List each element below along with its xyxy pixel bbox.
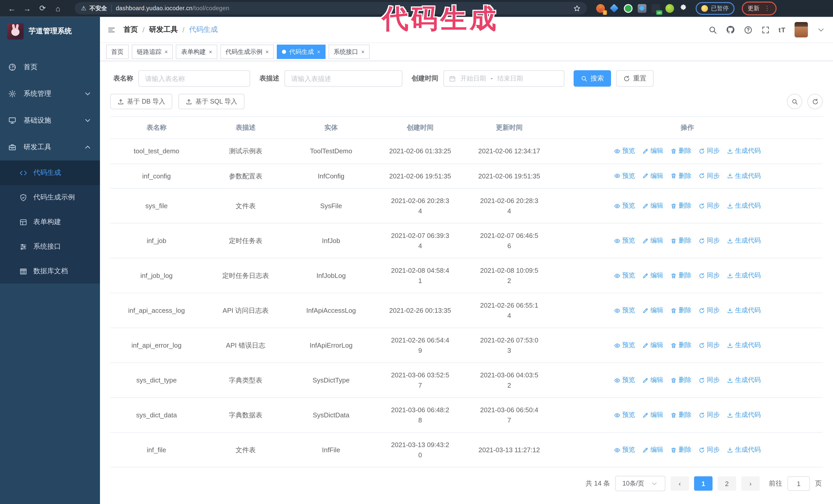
action-edit-link[interactable]: 编辑 (642, 410, 663, 420)
breadcrumb-item[interactable]: 研发工具 (149, 25, 178, 34)
action-eye-link[interactable]: 预览 (614, 201, 635, 211)
sidebar-menu-item[interactable]: 首页 (0, 54, 100, 80)
action-delete-link[interactable]: 删除 (670, 375, 691, 385)
sidebar-menu-item[interactable]: 基础设施 (0, 107, 100, 134)
header-search-icon[interactable] (708, 25, 717, 34)
sidebar-submenu-item[interactable]: 数据库文档 (0, 259, 100, 284)
reset-button[interactable]: 重置 (616, 70, 653, 87)
action-sync-link[interactable]: 同步 (699, 146, 720, 156)
table-name-input[interactable] (138, 70, 250, 87)
action-sync-link[interactable]: 同步 (699, 340, 720, 350)
tab[interactable]: 首页 (106, 45, 129, 59)
action-download-link[interactable]: 生成代码 (727, 340, 761, 350)
sidebar-submenu-item[interactable]: 代码生成示例 (0, 185, 100, 210)
ext-check-icon[interactable] (624, 4, 633, 13)
action-sync-link[interactable]: 同步 (699, 201, 720, 211)
action-download-link[interactable]: 生成代码 (727, 236, 761, 246)
bookmark-star-icon[interactable] (573, 4, 581, 12)
avatar-caret-icon[interactable] (816, 25, 825, 34)
tab[interactable]: 链路追踪 × (132, 45, 173, 59)
ext-onetab-icon[interactable]: on (651, 4, 660, 13)
tab[interactable]: 代码生成示例 × (220, 45, 274, 59)
ext-grid-icon[interactable] (638, 4, 646, 13)
close-tab-icon[interactable]: × (265, 49, 269, 55)
action-edit-link[interactable]: 编辑 (642, 271, 663, 281)
action-eye-link[interactable]: 预览 (614, 171, 635, 181)
sidebar-menu-item[interactable]: 研发工具 (0, 134, 100, 161)
page-number-button[interactable]: 1 (694, 476, 713, 491)
action-edit-link[interactable]: 编辑 (642, 445, 663, 455)
sidebar-menu-item[interactable]: 系统管理 (0, 80, 100, 107)
action-download-link[interactable]: 生成代码 (727, 171, 761, 181)
tab[interactable]: 系统接口 × (329, 45, 370, 59)
browser-home-icon[interactable]: ⌂ (51, 2, 65, 14)
action-eye-link[interactable]: 预览 (614, 271, 635, 281)
action-eye-link[interactable]: 预览 (614, 445, 635, 455)
ext-android-icon[interactable] (665, 4, 674, 13)
action-download-link[interactable]: 生成代码 (727, 375, 761, 385)
action-sync-link[interactable]: 同步 (699, 445, 720, 455)
ext-gem-icon[interactable] (610, 4, 619, 13)
page-number-button[interactable]: 2 (718, 476, 736, 491)
tab[interactable]: 代码生成 × (277, 45, 326, 59)
action-eye-link[interactable]: 预览 (614, 146, 635, 156)
action-edit-link[interactable]: 编辑 (642, 340, 663, 350)
date-range-picker[interactable]: 开始日期 - 结束日期 (444, 70, 564, 87)
sidebar-submenu-item[interactable]: 代码生成 (0, 161, 100, 185)
import-sql-button[interactable]: 基于 SQL 导入 (178, 94, 244, 109)
refresh-table-button[interactable] (807, 94, 823, 109)
user-avatar[interactable] (794, 22, 808, 38)
browser-menu-dots-icon[interactable]: ⋮ (764, 5, 770, 12)
table-desc-input[interactable] (285, 70, 402, 87)
extensions-puzzle-icon[interactable] (679, 4, 687, 12)
action-edit-link[interactable]: 编辑 (642, 146, 663, 156)
close-tab-icon[interactable]: × (165, 49, 168, 55)
action-edit-link[interactable]: 编辑 (642, 306, 663, 315)
action-delete-link[interactable]: 删除 (670, 236, 691, 246)
action-delete-link[interactable]: 删除 (670, 410, 691, 420)
action-eye-link[interactable]: 预览 (614, 340, 635, 350)
action-sync-link[interactable]: 同步 (699, 410, 720, 420)
action-sync-link[interactable]: 同步 (699, 171, 720, 181)
action-edit-link[interactable]: 编辑 (642, 201, 663, 211)
action-eye-link[interactable]: 预览 (614, 236, 635, 246)
help-icon[interactable] (743, 25, 752, 34)
toggle-search-button[interactable] (787, 94, 802, 109)
sidebar-submenu-item[interactable]: 表单构建 (0, 210, 100, 234)
action-download-link[interactable]: 生成代码 (727, 146, 761, 156)
tab[interactable]: 表单构建 × (176, 45, 217, 59)
action-delete-link[interactable]: 删除 (670, 306, 691, 315)
action-delete-link[interactable]: 删除 (670, 146, 691, 156)
font-size-icon[interactable]: tT (779, 26, 786, 33)
browser-back-icon[interactable]: ← (5, 2, 19, 14)
action-sync-link[interactable]: 同步 (699, 271, 720, 281)
start-date-placeholder[interactable]: 开始日期 (460, 74, 486, 83)
action-eye-link[interactable]: 预览 (614, 410, 635, 420)
close-tab-icon[interactable]: × (361, 49, 365, 55)
action-sync-link[interactable]: 同步 (699, 375, 720, 385)
browser-forward-icon[interactable]: → (21, 2, 34, 14)
action-delete-link[interactable]: 删除 (670, 271, 691, 281)
action-delete-link[interactable]: 删除 (670, 171, 691, 181)
goto-page-input[interactable] (787, 476, 810, 491)
hamburger-icon[interactable] (108, 26, 115, 33)
action-edit-link[interactable]: 编辑 (642, 375, 663, 385)
app-logo-row[interactable]: 芋道管理系统 (0, 17, 100, 46)
sidebar-submenu-item[interactable]: 系统接口 (0, 234, 100, 259)
action-download-link[interactable]: 生成代码 (727, 410, 761, 420)
github-icon[interactable] (725, 25, 735, 34)
action-download-link[interactable]: 生成代码 (727, 306, 761, 315)
action-delete-link[interactable]: 删除 (670, 201, 691, 211)
action-delete-link[interactable]: 删除 (670, 445, 691, 455)
action-sync-link[interactable]: 同步 (699, 306, 720, 315)
page-size-select[interactable]: 10条/页 (615, 476, 665, 491)
address-bar[interactable]: ⚠ 不安全 dashboard.yudao.iocoder.cn/tool/co… (75, 2, 587, 14)
not-secure-warning[interactable]: ⚠ 不安全 (81, 4, 107, 12)
action-eye-link[interactable]: 预览 (614, 375, 635, 385)
prev-page-button[interactable]: ‹ (670, 476, 689, 491)
action-edit-link[interactable]: 编辑 (642, 171, 663, 181)
browser-update-button[interactable]: 更新 ⋮ (741, 1, 776, 15)
fullscreen-icon[interactable] (761, 25, 770, 34)
end-date-placeholder[interactable]: 结束日期 (497, 74, 523, 83)
action-sync-link[interactable]: 同步 (699, 236, 720, 246)
